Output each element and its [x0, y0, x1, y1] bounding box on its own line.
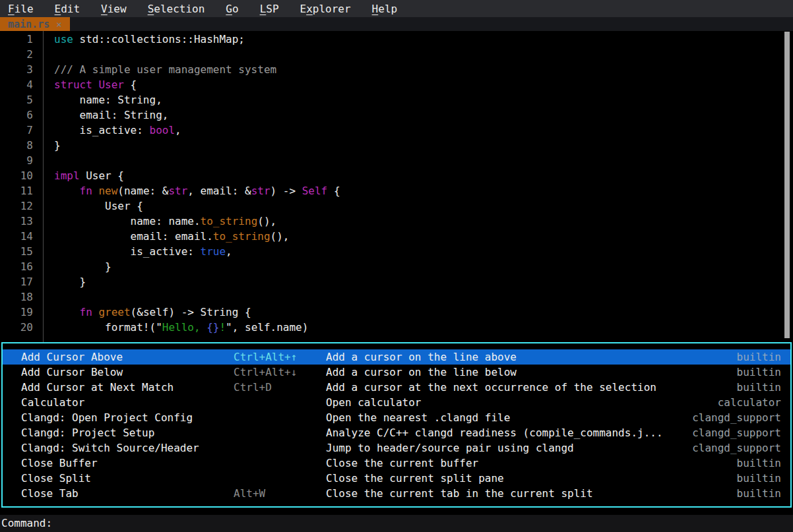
- command-shortcut: [234, 456, 326, 471]
- line-number: 14: [0, 229, 43, 244]
- code-editor: 1use std::collections::HashMap;23/// A s…: [0, 31, 793, 342]
- command-description: Close the current split pane: [326, 471, 737, 486]
- command-name: Add Cursor at Next Match: [21, 380, 234, 395]
- palette-row-calculator[interactable]: CalculatorOpen calculatorcalculator: [3, 395, 790, 410]
- line-number: 12: [0, 198, 43, 214]
- command-shortcut: Alt+W: [234, 486, 326, 501]
- palette-row-close-split[interactable]: Close SplitClose the current split paneb…: [3, 471, 790, 486]
- menu-edit[interactable]: Edit: [55, 3, 80, 15]
- code-line-text: struct User {: [43, 77, 137, 92]
- command-source: clangd_support: [692, 440, 781, 456]
- menu-help[interactable]: Help: [372, 3, 398, 15]
- command-source: builtin: [737, 471, 781, 486]
- menu-go[interactable]: Go: [226, 3, 238, 15]
- palette-row-close-tab[interactable]: Close TabAlt+WClose the current tab in t…: [3, 486, 790, 501]
- command-line[interactable]: Command:: [0, 515, 793, 532]
- tab-main-rs[interactable]: main.rs ×: [0, 17, 70, 31]
- code-line-text: is_active: true,: [43, 244, 232, 259]
- code-line[interactable]: 2: [0, 47, 793, 62]
- palette-row-clangd-project-setup[interactable]: Clangd: Project SetupAnalyze C/C++ clang…: [3, 425, 790, 440]
- line-number: 18: [0, 289, 43, 305]
- command-source: calculator: [718, 395, 781, 410]
- code-line[interactable]: 12 User {: [0, 198, 793, 214]
- code-line-text: is_active: bool,: [43, 123, 181, 138]
- line-number: 4: [0, 77, 43, 92]
- editor-scrollbar[interactable]: [784, 32, 790, 338]
- code-line-text: [43, 153, 54, 168]
- command-source: builtin: [737, 349, 781, 365]
- command-description: Open the nearest .clangd file: [326, 410, 692, 425]
- palette-row-clangd-open-project-config[interactable]: Clangd: Open Project ConfigOpen the near…: [3, 410, 790, 425]
- command-name: Clangd: Switch Source/Header: [21, 440, 234, 456]
- code-line[interactable]: 10impl User {: [0, 168, 793, 183]
- command-name: Add Cursor Below: [21, 365, 234, 380]
- code-line-text: name: String,: [43, 92, 162, 107]
- menu-selection[interactable]: Selection: [148, 3, 205, 15]
- code-line[interactable]: 1use std::collections::HashMap;: [0, 32, 793, 47]
- code-line-text: /// A simple user management system: [43, 62, 276, 77]
- line-number: 17: [0, 274, 43, 289]
- palette-row-add-cursor-above[interactable]: Add Cursor AboveCtrl+Alt+↑Add a cursor o…: [3, 349, 790, 365]
- code-line-text: format!("Hello, {}!", self.name): [43, 320, 308, 335]
- command-shortcut: Ctrl+Alt+↑: [234, 349, 326, 365]
- command-description: Add a cursor on the line above: [326, 349, 737, 365]
- line-number: 19: [0, 305, 43, 320]
- palette-row-add-cursor-at-next-match[interactable]: Add Cursor at Next MatchCtrl+DAdd a curs…: [3, 380, 790, 395]
- code-line-text: name: name.to_string(),: [43, 214, 276, 229]
- line-number: 7: [0, 123, 43, 138]
- command-shortcut: Ctrl+D: [234, 380, 326, 395]
- code-line-text: impl User {: [43, 168, 124, 183]
- code-line[interactable]: 15 is_active: true,: [0, 244, 793, 259]
- command-description: Jump to header/source pair using clangd: [326, 440, 692, 456]
- command-shortcut: [234, 395, 326, 410]
- code-line[interactable]: 4struct User {: [0, 77, 793, 92]
- code-line[interactable]: 18: [0, 289, 793, 305]
- command-source: clangd_support: [692, 410, 781, 425]
- command-shortcut: Ctrl+Alt+↓: [234, 365, 326, 380]
- command-name: Close Tab: [21, 486, 234, 501]
- menu-lsp[interactable]: LSP: [260, 3, 279, 15]
- code-line[interactable]: 11 fn new(name: &str, email: &str) -> Se…: [0, 183, 793, 198]
- code-line[interactable]: 13 name: name.to_string(),: [0, 214, 793, 229]
- menu-file[interactable]: File: [8, 3, 34, 15]
- line-number: 3: [0, 62, 43, 77]
- code-line[interactable]: 20 format!("Hello, {}!", self.name): [0, 320, 793, 335]
- code-line-text: email: String,: [43, 107, 168, 123]
- tab-bar: main.rs ×: [0, 17, 793, 31]
- line-number: 2: [0, 47, 43, 62]
- code-line-text: email: email.to_string(),: [43, 229, 289, 244]
- code-line-text: }: [43, 274, 86, 289]
- menu-explorer[interactable]: Explorer: [300, 3, 351, 15]
- palette-row-add-cursor-below[interactable]: Add Cursor BelowCtrl+Alt+↓Add a cursor o…: [3, 365, 790, 380]
- menu-view[interactable]: View: [101, 3, 127, 15]
- command-name: Close Split: [21, 471, 234, 486]
- tab-close-icon[interactable]: ×: [56, 19, 61, 30]
- command-shortcut: [234, 410, 326, 425]
- code-line-text: [43, 47, 54, 62]
- code-line[interactable]: 5 name: String,: [0, 92, 793, 107]
- code-line[interactable]: 7 is_active: bool,: [0, 123, 793, 138]
- code-line-text: fn greet(&self) -> String {: [43, 305, 251, 320]
- code-line[interactable]: 3/// A simple user management system: [0, 62, 793, 77]
- command-source: builtin: [737, 365, 781, 380]
- code-line[interactable]: 14 email: email.to_string(),: [0, 229, 793, 244]
- code-line[interactable]: 16 }: [0, 259, 793, 274]
- command-source: clangd_support: [692, 425, 781, 440]
- code-line[interactable]: 9: [0, 153, 793, 168]
- code-line-text: }: [43, 259, 111, 274]
- editor-window: FileEditViewSelectionGoLSPExplorerHelp m…: [0, 0, 793, 532]
- palette-row-close-buffer[interactable]: Close BufferClose the current bufferbuil…: [3, 456, 790, 471]
- tab-label: main.rs: [8, 18, 49, 30]
- command-shortcut: [234, 440, 326, 456]
- code-line[interactable]: 19 fn greet(&self) -> String {: [0, 305, 793, 320]
- code-line[interactable]: 17 }: [0, 274, 793, 289]
- command-line-label: Command:: [1, 517, 52, 529]
- palette-row-clangd-switch-source-header[interactable]: Clangd: Switch Source/HeaderJump to head…: [3, 440, 790, 456]
- line-number: 10: [0, 168, 43, 183]
- command-palette: Add Cursor AboveCtrl+Alt+↑Add a cursor o…: [1, 342, 792, 508]
- code-line-text: }: [43, 138, 61, 153]
- code-area: 1use std::collections::HashMap;23/// A s…: [0, 32, 793, 335]
- command-description: Add a cursor on the line below: [326, 365, 737, 380]
- code-line[interactable]: 8}: [0, 138, 793, 153]
- code-line[interactable]: 6 email: String,: [0, 107, 793, 123]
